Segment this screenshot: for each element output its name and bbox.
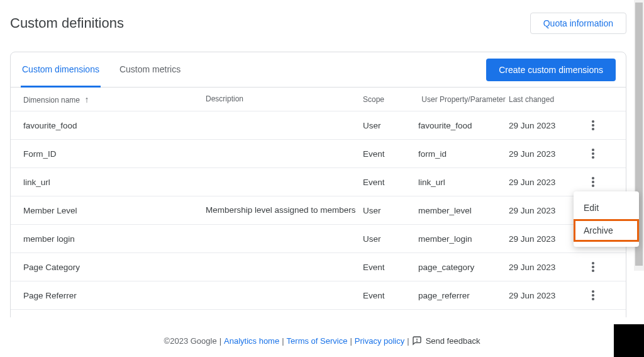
cell-parameter: link_url	[418, 178, 509, 187]
cell-scope: Event	[363, 178, 418, 187]
row-actions-button[interactable]	[586, 288, 601, 303]
cell-date: 29 Jun 2023	[509, 291, 584, 300]
cell-name: Page Category	[23, 263, 206, 272]
cell-description: Membership level assigned to members	[206, 205, 363, 216]
cell-scope: User	[363, 234, 418, 244]
row-actions-menu: Edit Archive	[574, 191, 639, 247]
table-row: Reading TimeEstimated reading time of a …	[11, 310, 626, 317]
table-row: Form_IDEventform_id29 Jun 2023	[11, 140, 626, 168]
menu-item-edit[interactable]: Edit	[574, 196, 639, 219]
cell-parameter: form_id	[418, 149, 509, 159]
tab-custom-metrics[interactable]: Custom metrics	[118, 52, 182, 88]
cell-date: 29 Jun 2023	[509, 234, 584, 244]
footer: ©2023 Google | Analytics home | Terms of…	[0, 324, 644, 357]
table-row: Page CategoryEventpage_category29 Jun 20…	[11, 253, 626, 281]
cell-name: Form_ID	[23, 149, 206, 159]
row-actions-button[interactable]	[586, 316, 601, 317]
table-row: Page ReferrerEventpage_referrer29 Jun 20…	[11, 281, 626, 310]
footer-link-privacy[interactable]: Privacy policy	[355, 336, 404, 346]
cell-date: 29 Jun 2023	[509, 121, 584, 130]
row-actions-button[interactable]	[586, 174, 601, 190]
table-row: Member LevelMembership level assigned to…	[11, 196, 626, 225]
column-header-scope[interactable]: Scope	[363, 95, 418, 104]
footer-link-analytics-home[interactable]: Analytics home	[224, 336, 279, 346]
column-header-parameter[interactable]: User Property/Parameter	[418, 95, 509, 104]
cell-name: link_url	[23, 178, 206, 187]
cell-name: Member Level	[23, 206, 206, 215]
cell-name: favourite_food	[23, 121, 206, 130]
column-header-description[interactable]: Description	[206, 94, 363, 105]
cell-scope: Event	[363, 291, 418, 300]
cell-date: 29 Jun 2023	[509, 206, 584, 215]
row-actions-button[interactable]	[586, 259, 601, 275]
page-title: Custom definitions	[10, 15, 124, 31]
quota-information-button[interactable]: Quota information	[530, 13, 626, 34]
corner-overlay	[614, 324, 644, 357]
cell-date: 29 Jun 2023	[509, 149, 584, 159]
column-header-last-changed[interactable]: Last changed	[509, 95, 584, 104]
cell-date: 29 Jun 2023	[509, 178, 584, 187]
feedback-icon	[412, 336, 422, 346]
row-actions-button[interactable]	[586, 146, 601, 161]
cell-name: member login	[23, 234, 206, 244]
cell-scope: Event	[363, 149, 418, 159]
definitions-card: Custom dimensions Custom metrics Create …	[10, 52, 626, 317]
footer-copyright: ©2023 Google	[164, 336, 217, 346]
cell-name: Page Referrer	[23, 291, 206, 300]
row-actions-button[interactable]	[586, 118, 601, 133]
table-row: link_urlEventlink_url29 Jun 2023	[11, 168, 626, 196]
table-row: favourite_foodUserfavourite_food29 Jun 2…	[11, 111, 626, 140]
cell-parameter: member_level	[418, 206, 509, 215]
cell-parameter: page_category	[418, 263, 509, 272]
cell-scope: Event	[363, 263, 418, 272]
table-header: Dimension name ↑ Description Scope User …	[11, 88, 626, 111]
send-feedback-button[interactable]: Send feedback	[412, 336, 480, 346]
tab-custom-dimensions[interactable]: Custom dimensions	[21, 52, 101, 88]
create-custom-dimensions-button[interactable]: Create custom dimensions	[486, 59, 616, 81]
sort-ascending-icon: ↑	[84, 94, 89, 105]
cell-parameter: page_referrer	[418, 291, 509, 300]
footer-link-terms[interactable]: Terms of Service	[287, 336, 348, 346]
svg-point-1	[416, 341, 417, 342]
cell-scope: User	[363, 121, 418, 130]
cell-scope: User	[363, 206, 418, 215]
menu-item-archive[interactable]: Archive	[574, 219, 639, 242]
cell-parameter: member_login	[418, 234, 509, 244]
cell-parameter: favourite_food	[418, 121, 509, 130]
table-row: member loginUsermember_login29 Jun 2023	[11, 225, 626, 253]
cell-date: 29 Jun 2023	[509, 263, 584, 272]
column-header-name[interactable]: Dimension name ↑	[23, 94, 206, 105]
